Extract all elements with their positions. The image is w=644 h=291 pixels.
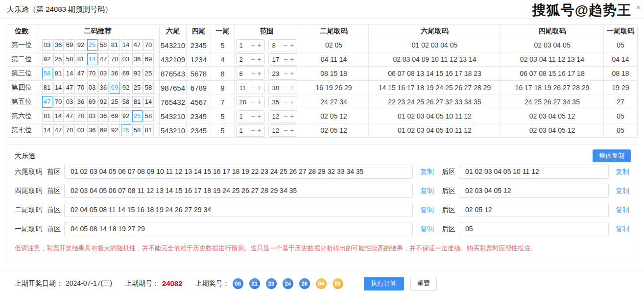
code-cell[interactable]: 81: [143, 124, 154, 136]
code-cell[interactable]: 03: [121, 53, 131, 65]
code-cell[interactable]: 58: [65, 53, 75, 65]
plus-icon[interactable]: +: [290, 84, 294, 91]
plus-icon[interactable]: +: [290, 113, 294, 120]
code-cell[interactable]: 81: [42, 110, 52, 122]
code-cell-selected[interactable]: 25: [87, 39, 97, 51]
range-min-stepper[interactable]: 11 − +: [236, 82, 265, 94]
code-cell[interactable]: 70: [76, 82, 86, 94]
back-zone-values-input[interactable]: 02 03 04 05 12: [459, 184, 609, 198]
code-cell-selected[interactable]: 69: [110, 82, 120, 94]
code-cell[interactable]: 14: [42, 124, 52, 136]
front-zone-values-input[interactable]: 02 04 05 08 11 14 15 16 18 19 24 26 27 2…: [64, 203, 413, 217]
code-cell[interactable]: 69: [143, 53, 154, 65]
plus-icon[interactable]: +: [257, 84, 261, 91]
copy-all-button[interactable]: 整体复制: [593, 149, 631, 162]
code-cell[interactable]: 70: [143, 39, 154, 51]
minus-icon[interactable]: −: [284, 127, 287, 134]
copy-back-link[interactable]: 复制: [616, 206, 629, 215]
code-cell[interactable]: 92: [121, 82, 131, 94]
minus-icon[interactable]: −: [284, 84, 287, 91]
range-max-stepper[interactable]: 12 − +: [268, 124, 297, 137]
code-cell[interactable]: 25: [143, 68, 154, 79]
range-min-stepper[interactable]: 1 − +: [236, 39, 265, 51]
code-cell[interactable]: 36: [53, 39, 64, 51]
minus-icon[interactable]: −: [251, 56, 255, 63]
copy-back-link[interactable]: 复制: [616, 168, 629, 176]
code-cell[interactable]: 92: [76, 39, 86, 51]
code-cell-selected[interactable]: 25: [121, 124, 131, 136]
back-zone-values-input[interactable]: 01 02 03 04 05 10 11 12: [459, 165, 609, 179]
code-cell[interactable]: 25: [110, 96, 120, 108]
back-zone-values-input[interactable]: 02 05 12: [459, 203, 609, 217]
copy-front-link[interactable]: 复制: [420, 225, 434, 234]
plus-icon[interactable]: +: [290, 127, 294, 134]
plus-icon[interactable]: +: [290, 70, 294, 77]
back-zone-values-input[interactable]: 05: [459, 222, 609, 236]
code-cell[interactable]: 58: [121, 96, 131, 108]
range-min-stepper[interactable]: 1 − +: [236, 124, 265, 137]
code-cell[interactable]: 47: [65, 82, 75, 94]
range-min-stepper[interactable]: 6 − +: [236, 68, 265, 80]
code-cell[interactable]: 47: [98, 53, 109, 65]
code-cell[interactable]: 36: [110, 68, 120, 79]
code-cell[interactable]: 92: [132, 68, 143, 79]
minus-icon[interactable]: −: [251, 127, 255, 134]
minus-icon[interactable]: −: [251, 98, 255, 105]
range-max-stepper[interactable]: 17 − +: [268, 53, 297, 66]
minus-icon[interactable]: −: [284, 42, 287, 48]
range-min-stepper[interactable]: 1 − +: [236, 110, 265, 122]
code-cell-selected[interactable]: 58: [42, 68, 52, 79]
plus-icon[interactable]: +: [290, 98, 294, 105]
front-zone-values-input[interactable]: 04 05 08 14 18 19 27 29: [64, 222, 413, 236]
copy-front-link[interactable]: 复制: [420, 187, 434, 195]
minus-icon[interactable]: −: [251, 42, 255, 48]
code-cell[interactable]: 14: [121, 39, 131, 51]
range-min-stepper[interactable]: 2 − +: [236, 53, 265, 66]
code-cell[interactable]: 58: [98, 39, 109, 51]
copy-back-link[interactable]: 复制: [616, 225, 629, 234]
code-cell[interactable]: 36: [87, 124, 97, 136]
code-cell[interactable]: 70: [53, 96, 64, 108]
code-cell[interactable]: 69: [98, 124, 109, 136]
code-cell[interactable]: 81: [110, 39, 120, 51]
close-icon[interactable]: ×: [636, 3, 641, 11]
plus-icon[interactable]: +: [257, 98, 261, 105]
code-cell[interactable]: 70: [65, 124, 75, 136]
plus-icon[interactable]: +: [257, 127, 261, 134]
code-cell[interactable]: 92: [42, 53, 52, 65]
plus-icon[interactable]: +: [257, 113, 261, 120]
code-cell[interactable]: 14: [65, 68, 75, 79]
code-cell[interactable]: 03: [87, 82, 97, 94]
run-calculation-button[interactable]: 执行计算: [364, 277, 404, 291]
code-cell[interactable]: 36: [98, 82, 109, 94]
code-cell[interactable]: 70: [76, 110, 86, 122]
code-cell-selected[interactable]: 47: [42, 96, 52, 108]
code-cell[interactable]: 36: [98, 110, 109, 122]
minus-icon[interactable]: −: [251, 113, 255, 120]
code-cell[interactable]: 14: [143, 96, 154, 108]
code-cell[interactable]: 70: [110, 53, 120, 65]
plus-icon[interactable]: +: [290, 42, 294, 48]
code-cell[interactable]: 47: [65, 110, 75, 122]
copy-front-link[interactable]: 复制: [420, 168, 434, 176]
code-cell[interactable]: 03: [42, 39, 52, 51]
code-cell[interactable]: 36: [132, 53, 143, 65]
minus-icon[interactable]: −: [251, 84, 255, 91]
code-cell[interactable]: 03: [87, 110, 97, 122]
range-max-stepper[interactable]: 8 − +: [268, 39, 297, 51]
front-zone-values-input[interactable]: 02 03 04 05 06 07 08 11 12 13 14 15 16 1…: [64, 184, 413, 198]
code-cell[interactable]: 58: [143, 110, 154, 122]
minus-icon[interactable]: −: [284, 56, 287, 63]
code-cell-selected[interactable]: 14: [87, 53, 97, 65]
code-cell[interactable]: 69: [121, 68, 131, 79]
minus-icon[interactable]: −: [284, 70, 287, 77]
plus-icon[interactable]: +: [290, 56, 294, 63]
code-cell-selected[interactable]: 25: [132, 110, 143, 122]
code-cell[interactable]: 25: [53, 53, 64, 65]
front-zone-values-input[interactable]: 01 02 03 04 05 06 07 08 09 10 11 12 13 1…: [64, 165, 413, 179]
plus-icon[interactable]: +: [257, 70, 261, 77]
code-cell[interactable]: 03: [98, 68, 109, 79]
code-cell[interactable]: 58: [143, 82, 154, 94]
plus-icon[interactable]: +: [257, 56, 261, 63]
code-cell[interactable]: 36: [76, 96, 86, 108]
